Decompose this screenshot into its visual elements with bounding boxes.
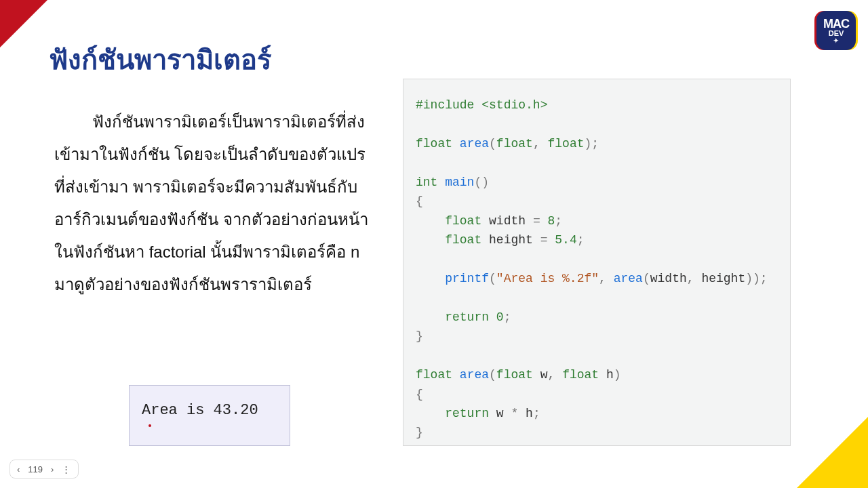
code-tok: int xyxy=(416,176,437,189)
code-tok: w xyxy=(540,368,548,382)
code-tok: "Area is %.2f" xyxy=(496,272,599,285)
program-output-box: Area is 43.20 xyxy=(129,385,290,446)
brand-logo: MAC DEV ✦ xyxy=(816,11,856,50)
code-tok: w xyxy=(496,407,504,420)
page-number: 119 xyxy=(28,464,43,474)
code-tok: #include xyxy=(416,98,474,112)
code-tok: width xyxy=(650,272,687,285)
decor-triangle-red xyxy=(0,0,47,47)
program-output-text: Area is 43.20 xyxy=(142,402,258,419)
code-tok: float xyxy=(562,368,599,382)
logo-line-2: DEV xyxy=(829,30,844,37)
code-tok: printf xyxy=(445,272,489,285)
cursor-dot-icon xyxy=(149,424,151,427)
code-tok: area xyxy=(460,137,489,150)
code-tok: h xyxy=(526,407,533,420)
code-tok: float xyxy=(416,368,452,382)
code-tok: float xyxy=(548,137,585,150)
code-tok: float xyxy=(496,137,533,150)
code-tok: float xyxy=(445,214,481,228)
code-tok: 5.4 xyxy=(555,233,576,247)
code-tok: area xyxy=(460,368,489,382)
code-tok: float xyxy=(496,368,533,382)
code-tok: width xyxy=(489,214,526,228)
code-tok: <stdio.h> xyxy=(481,98,547,112)
code-tok: 8 xyxy=(548,214,555,228)
slide-title: ฟังก์ชันพารามิเตอร์ xyxy=(49,38,271,81)
page-navigator: ‹ 119 › ⋮ xyxy=(9,460,79,479)
code-tok: float xyxy=(445,233,481,247)
code-tok: return xyxy=(445,407,489,420)
page-menu-button[interactable]: ⋮ xyxy=(62,464,71,474)
code-tok: 0 xyxy=(496,310,504,324)
code-sample: #include <stdio.h> float area(float, flo… xyxy=(403,79,791,446)
code-tok: height xyxy=(701,272,745,285)
code-tok: float xyxy=(416,137,452,150)
code-tok: height xyxy=(489,233,533,247)
code-tok: h xyxy=(606,368,614,382)
slide-body-text: ฟังก์ชันพารามิเตอร์เป็นพารามิเตอร์ที่ส่ง… xyxy=(54,106,373,301)
next-page-button[interactable]: › xyxy=(51,464,54,474)
code-tok: area xyxy=(614,272,643,285)
decor-triangle-yellow xyxy=(797,417,868,488)
logo-line-1: MAC xyxy=(823,18,849,30)
prev-page-button[interactable]: ‹ xyxy=(17,464,20,474)
code-tok: return xyxy=(445,310,489,324)
code-tok: main xyxy=(445,176,474,189)
logo-line-3: ✦ xyxy=(833,38,839,44)
